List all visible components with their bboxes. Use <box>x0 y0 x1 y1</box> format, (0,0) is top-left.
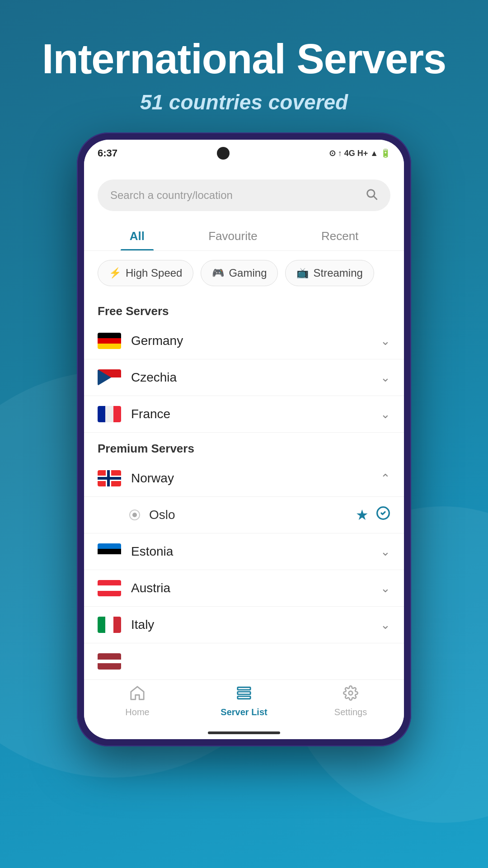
gaming-icon: 🎮 <box>212 267 224 279</box>
page-subtitle: 51 countries covered <box>42 90 446 114</box>
status-bar: 6:37 ⊙ ↑ 4G H+ ▲ 🔋 <box>84 140 404 167</box>
country-name-czechia: Czechia <box>131 370 380 385</box>
filter-section: ⚡ High Speed 🎮 Gaming 📺 Streaming <box>84 251 404 295</box>
subtitle-highlight: 51 countries <box>140 90 263 114</box>
nav-server-list[interactable]: Server List <box>191 685 297 717</box>
phone-screen: 6:37 ⊙ ↑ 4G H+ ▲ 🔋 Search a country/loca… <box>84 140 404 739</box>
svg-marker-3 <box>131 687 144 699</box>
tab-recent[interactable]: Recent <box>312 222 367 250</box>
chevron-germany: ⌄ <box>380 334 390 348</box>
country-name-france: France <box>131 407 380 421</box>
home-indicator-bar <box>208 731 280 734</box>
search-placeholder: Search a country/location <box>110 189 358 202</box>
camera-cutout <box>217 147 230 160</box>
search-section: Search a country/location <box>84 167 404 218</box>
flag-czechia <box>98 369 121 386</box>
country-row-estonia[interactable]: Estonia ⌄ <box>84 533 404 570</box>
filter-gaming[interactable]: 🎮 Gaming <box>201 260 278 286</box>
country-row-latvia[interactable] <box>84 643 404 679</box>
subtitle-suffix: covered <box>263 90 348 114</box>
home-indicator <box>84 726 404 739</box>
streaming-icon: 📺 <box>296 267 309 279</box>
flag-estonia <box>98 543 121 560</box>
status-icons: ⊙ ↑ 4G H+ ▲ 🔋 <box>329 148 390 158</box>
country-name-italy: Italy <box>131 618 380 632</box>
flag-austria <box>98 580 121 596</box>
nav-settings[interactable]: Settings <box>297 685 404 717</box>
filter-streaming[interactable]: 📺 Streaming <box>285 260 374 286</box>
country-row-germany[interactable]: Germany ⌄ <box>84 323 404 359</box>
svg-line-1 <box>374 196 376 199</box>
phone-shell: 6:37 ⊙ ↑ 4G H+ ▲ 🔋 Search a country/loca… <box>77 132 411 746</box>
home-icon <box>130 685 145 704</box>
nav-home-label: Home <box>125 707 149 717</box>
country-row-italy[interactable]: Italy ⌄ <box>84 607 404 643</box>
svg-rect-4 <box>238 687 250 690</box>
chevron-norway: ⌃ <box>380 472 390 486</box>
status-time: 6:37 <box>98 147 117 159</box>
flag-norway <box>98 470 121 486</box>
svg-rect-5 <box>238 692 250 694</box>
bottom-nav: Home Server List <box>84 679 404 726</box>
page-title: International Servers <box>42 36 446 82</box>
country-row-czechia[interactable]: Czechia ⌄ <box>84 359 404 396</box>
flag-italy <box>98 617 121 633</box>
nav-home[interactable]: Home <box>84 685 191 717</box>
server-name-oslo: Oslo <box>149 508 356 522</box>
svg-rect-6 <box>238 696 250 699</box>
country-name-norway: Norway <box>131 471 380 486</box>
flag-latvia <box>98 653 121 670</box>
free-servers-list: Germany ⌄ Czechia ⌄ <box>84 323 404 433</box>
nav-settings-label: Settings <box>334 707 367 717</box>
phone-mockup: 6:37 ⊙ ↑ 4G H+ ▲ 🔋 Search a country/loca… <box>77 132 411 746</box>
chevron-france: ⌄ <box>380 407 390 421</box>
country-row-austria[interactable]: Austria ⌄ <box>84 570 404 607</box>
nav-server-list-label: Server List <box>221 707 267 717</box>
premium-servers-header: Premium Servers <box>84 433 404 460</box>
chevron-estonia: ⌄ <box>380 545 390 559</box>
premium-servers-list: Norway ⌃ Oslo ★ <box>84 460 404 679</box>
chevron-czechia: ⌄ <box>380 371 390 385</box>
header-section: International Servers 51 countries cover… <box>42 0 446 132</box>
filter-high-speed-label: High Speed <box>126 267 182 279</box>
check-icon-oslo <box>376 506 390 524</box>
tab-favourite[interactable]: Favourite <box>199 222 266 250</box>
country-name-estonia: Estonia <box>131 544 380 559</box>
chevron-austria: ⌄ <box>380 581 390 595</box>
country-name-austria: Austria <box>131 581 380 595</box>
server-dot-oslo <box>129 509 140 520</box>
server-row-oslo[interactable]: Oslo ★ <box>84 497 404 533</box>
settings-icon <box>343 685 358 704</box>
search-bar[interactable]: Search a country/location <box>98 179 390 211</box>
free-servers-header: Free Servers <box>84 295 404 323</box>
tab-all[interactable]: All <box>121 222 154 250</box>
high-speed-icon: ⚡ <box>109 267 121 279</box>
country-name-germany: Germany <box>131 334 380 348</box>
tabs-section: All Favourite Recent <box>84 218 404 251</box>
filter-high-speed[interactable]: ⚡ High Speed <box>98 260 193 286</box>
country-row-france[interactable]: France ⌄ <box>84 396 404 433</box>
star-icon-oslo[interactable]: ★ <box>356 506 369 524</box>
flag-germany <box>98 333 121 349</box>
filter-gaming-label: Gaming <box>229 267 267 279</box>
server-icons-oslo: ★ <box>356 506 390 524</box>
search-icon <box>365 188 378 203</box>
chevron-italy: ⌄ <box>380 618 390 632</box>
flag-france <box>98 406 121 422</box>
filter-streaming-label: Streaming <box>313 267 362 279</box>
server-list-icon <box>236 685 252 704</box>
country-row-norway[interactable]: Norway ⌃ <box>84 460 404 497</box>
svg-point-7 <box>349 691 353 695</box>
